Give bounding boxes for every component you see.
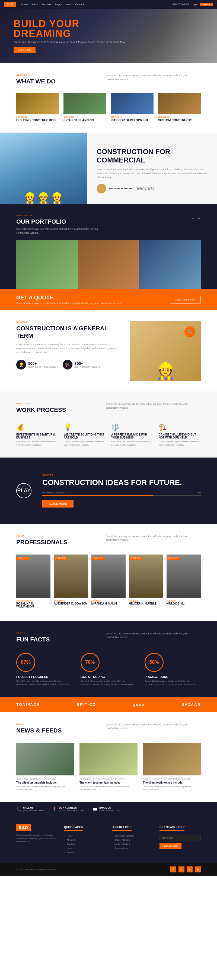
partner-logo-4: BAZAAR	[181, 702, 201, 707]
what-we-do-desc: One of the best ways to create content t…	[106, 74, 201, 81]
nav-link-news[interactable]: News	[65, 3, 71, 6]
nav-register[interactable]: Register	[200, 3, 213, 6]
footer-col-title-4: GET NEWSLETTER	[160, 826, 184, 831]
fact-desc-3: One of the best ways to create content f…	[144, 679, 201, 686]
social-twitter-icon[interactable]: t	[179, 866, 184, 872]
pro-card-4[interactable]: FEATURED PLANNER HELIXER H. HUMBLE	[129, 555, 163, 610]
nav-link-home[interactable]: Home	[21, 3, 28, 6]
tools-icon: 🔧	[184, 326, 195, 337]
work-step-2-title: WE CREATE SOLUTIONS THAT ARE BOLD	[64, 433, 106, 439]
news-image-1	[16, 743, 74, 775]
work-step-2: 💡 WE CREATE SOLUTIONS THAT ARE BOLD One …	[64, 423, 106, 447]
pro-tag-5: FEATURED	[166, 557, 180, 560]
service-item-2[interactable]: SERVICE 02 PROJECT PLANNING	[63, 93, 106, 122]
service-item-3[interactable]: SERVICE 03 INTERIOR DEVELOPMENT	[111, 93, 154, 122]
service-item-4[interactable]: SERVICE 04 CUSTOM CONSTRUCTS	[158, 93, 201, 122]
footer-contact-email[interactable]: ✉️ EMAIL US EMAIL PROTECTEE	[92, 807, 120, 811]
fact-item-3: 50% PROJECT DONE One of the best ways to…	[144, 653, 201, 686]
service-label-4: SERVICE 04	[158, 116, 201, 118]
footer-contact-bar: 📞 CALL US (212) 0100 -1815 847 📍 OUR ADD…	[0, 802, 217, 816]
news-desc: One of the best ways to create content t…	[106, 723, 201, 730]
news-section: BLOG NEWS & FEEDS One of the best ways t…	[0, 712, 217, 802]
work-step-1-icon: 💰	[16, 423, 58, 431]
work-step-1: 💰 INVESTMENTS IN STARTUP & BUSINESS One …	[16, 423, 58, 447]
footer-tagline: Construction Companies to its Results fr…	[16, 834, 57, 843]
nav-link-services[interactable]: Services	[41, 3, 51, 6]
footer-link-contact[interactable]: Contact	[64, 851, 105, 853]
service-title-2: PROJECT PLANNING	[63, 118, 106, 122]
progress-bar	[42, 495, 201, 496]
footer-col-newsletter: GET NEWSLETTER SUBSCRIBE	[160, 824, 201, 855]
social-youtube-icon[interactable]: ▶	[195, 866, 201, 872]
newsletter-subscribe-button[interactable]: SUBSCRIBE	[160, 843, 181, 849]
portfolio-next-button[interactable]: →	[197, 216, 201, 221]
portfolio-prev-button[interactable]: ←	[191, 216, 195, 221]
fact-circle-3: 50%	[144, 653, 163, 672]
work-step-4-desc: One of the best ways to create content f…	[159, 440, 201, 447]
pro-tag-4: FEATURED	[129, 557, 142, 560]
workers-illustration: 👷👷👷	[23, 191, 64, 204]
footer-link-constructions[interactable]: Constructions	[112, 847, 153, 849]
social-facebook-icon[interactable]: f	[170, 866, 176, 872]
pro-card-3[interactable]: FEATURED DESIGNER MIRANDA H. HALIM	[92, 555, 125, 610]
professionals-section: TEAM PROFESSIONALS One of the best ways …	[0, 524, 217, 621]
email-icon: ✉️	[92, 807, 97, 811]
fact-circle-2: 76%	[81, 653, 100, 672]
nav-login[interactable]: Login	[192, 3, 198, 6]
service-title-4: CUSTOM CONSTRUCTS	[158, 118, 201, 122]
fact-title-3: PROJECT DONE	[144, 675, 201, 678]
pro-name-3: MIRANDA H. HALIM	[92, 602, 125, 605]
portfolio-image-2	[78, 240, 139, 289]
fact-desc-2: One of the best ways to create content f…	[81, 679, 137, 686]
news-title-1: The client testimonials include:	[16, 781, 74, 784]
author-name: MIRANDA H. HALIM	[109, 187, 132, 190]
pro-tag-1: FEATURED	[16, 557, 30, 560]
news-excerpt-1: One of the best construction websites su…	[16, 785, 74, 791]
nav-logo[interactable]: BILD	[4, 2, 16, 7]
service-item-1[interactable]: SERVICE 01 BUILDING CONSTRUCTION	[16, 93, 59, 122]
author-signature: Miranda	[137, 186, 155, 191]
stat-projects: 🏗️ 300+ 200+ ACTIVE PROJECTS	[63, 360, 100, 369]
pro-card-1[interactable]: FEATURED CONSTRUCTOR ROSALINA D. WILLIAM…	[16, 555, 51, 610]
pro-role-4: PLANNER	[129, 600, 163, 602]
fun-facts-section: FACTS FUN FACTS One of the best ways to …	[0, 621, 217, 697]
footer-link-design[interactable]: Construction Design	[112, 835, 153, 837]
footer-link-planning[interactable]: Interior Planning	[112, 839, 153, 841]
footer-link-modern[interactable]: Modern Designs	[112, 843, 153, 845]
news-meta-1: JUNE 1, 2020 | CONSTRUCTION DESIGNING	[16, 778, 74, 780]
general-term-label: SECTION	[16, 321, 119, 323]
pro-card-5[interactable]: FEATURED ENGINEER KINLOX G. G...	[166, 555, 201, 610]
professionals-title: PROFESSIONALS	[16, 539, 67, 546]
social-instagram-icon[interactable]: in	[187, 866, 193, 872]
news-title-2: The client testimonials include:	[79, 781, 137, 784]
pro-card-2[interactable]: FEATURED ARCHITECT ALEXENDER D. DOWSON	[54, 555, 88, 610]
work-step-4-icon: 🏗️	[159, 423, 201, 431]
pro-name-2: ALEXENDER D. DOWSON	[54, 602, 88, 605]
fun-facts-label: FACTS	[16, 632, 50, 635]
nav-link-pages[interactable]: Pages	[55, 3, 62, 6]
make-appointment-button[interactable]: Make Appointment	[170, 296, 201, 304]
footer-link-news[interactable]: News	[64, 847, 105, 849]
footer-contact-phone[interactable]: 📞 CALL US (212) 0100 -1815 847	[16, 807, 44, 811]
news-card-2[interactable]: JUNE 1, 2020 | TIPS REGARDING HOW TO WRI…	[79, 743, 137, 791]
nav-link-about[interactable]: About	[32, 3, 38, 6]
footer-link-about[interactable]: About Us	[64, 839, 105, 841]
progress-bar-wrap: UNLIMITED SUCCESS 70%	[42, 492, 201, 496]
play-button[interactable]: PLAY	[16, 483, 32, 498]
nav-link-contact[interactable]: Contact	[75, 3, 84, 6]
newsletter-email-input[interactable]	[160, 835, 201, 841]
worker-illustration: 👷	[155, 361, 176, 381]
news-title-3: The client testimonials include:	[143, 781, 201, 784]
footer-link-services[interactable]: Services	[64, 843, 105, 845]
learn-more-button[interactable]: LEARN MORE	[42, 500, 73, 508]
footer-main: BILD Construction Companies to its Resul…	[0, 816, 217, 863]
author-avatar	[97, 184, 106, 193]
news-card-3[interactable]: JUNE 1, 2020 | THE CLIENT TESTIMONIALS I…	[143, 743, 201, 791]
fact-pct-3: 50%	[149, 659, 159, 665]
copyright-text: © 2020 Construction. All Rights Reserved…	[16, 868, 57, 871]
hero-cta-button[interactable]: Get a Quote	[14, 47, 36, 53]
footer-link-home[interactable]: Home	[64, 835, 105, 837]
professionals-desc: One of the best ways to create content t…	[106, 535, 201, 542]
news-card-1[interactable]: JUNE 1, 2020 | CONSTRUCTION DESIGNING Th…	[16, 743, 74, 791]
commercial-desc: The construction industry gained its mea…	[97, 168, 207, 179]
